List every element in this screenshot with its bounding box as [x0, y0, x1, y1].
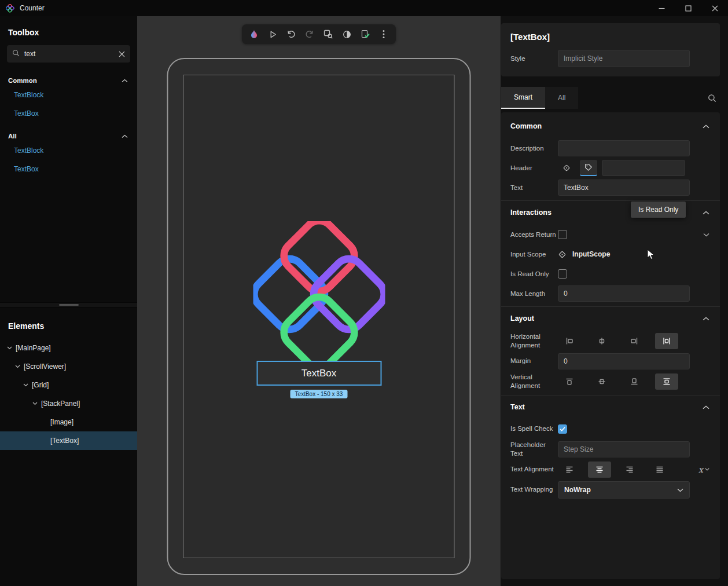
- inspector-tabs: Smart All: [501, 87, 720, 109]
- toolbox-section-all[interactable]: All: [7, 131, 130, 141]
- description-input[interactable]: [558, 140, 690, 156]
- valign-stretch-button[interactable]: [655, 373, 678, 390]
- chevron-up-icon[interactable]: [703, 403, 709, 411]
- device-frame: TextBox TextBox - 150 x 33: [167, 58, 471, 575]
- tree-item-image[interactable]: [Image]: [0, 413, 137, 431]
- input-scope-binding-icon[interactable]: [558, 250, 567, 259]
- device-screen[interactable]: TextBox TextBox - 150 x 33: [183, 75, 455, 558]
- section-text-title: Text: [510, 403, 525, 411]
- maximize-button[interactable]: [675, 0, 701, 16]
- text-align-center-button[interactable]: [588, 462, 611, 478]
- max-length-input[interactable]: [558, 285, 690, 302]
- section-common-label: Common: [8, 77, 37, 84]
- titlebar: Counter: [0, 0, 728, 16]
- elements-title: Elements: [8, 321, 137, 331]
- clear-search-icon[interactable]: [119, 51, 125, 57]
- chevron-up-icon[interactable]: [703, 122, 709, 130]
- chevron-down-icon[interactable]: [23, 383, 28, 387]
- minimize-button[interactable]: [648, 0, 675, 16]
- chevron-up-icon: [122, 132, 128, 140]
- header-input[interactable]: [602, 160, 685, 176]
- chevron-down-icon[interactable]: [703, 233, 709, 237]
- halign-center-button[interactable]: [590, 333, 613, 349]
- is-spell-check-checkbox[interactable]: [558, 424, 567, 434]
- valign-top-button[interactable]: [558, 373, 581, 390]
- chevron-up-icon[interactable]: [703, 208, 709, 217]
- valign-bottom-button[interactable]: [623, 373, 646, 390]
- section-text[interactable]: Text: [510, 397, 711, 417]
- text-align-left-button[interactable]: [558, 462, 581, 478]
- sidebar-splitter-handle[interactable]: [0, 302, 137, 307]
- is-read-only-tooltip: Is Read Only: [631, 202, 686, 218]
- close-button[interactable]: [701, 0, 728, 16]
- is-read-only-label: Is Read Only: [510, 270, 558, 279]
- accepts-return-label: Accepts Return: [510, 230, 558, 239]
- halign-right-button[interactable]: [623, 333, 646, 349]
- play-button[interactable]: [265, 27, 280, 42]
- left-sidebar: Toolbox Common TextBlock TextBox All: [0, 16, 137, 586]
- halign-stretch-button[interactable]: [655, 333, 678, 349]
- placeholder-text-input[interactable]: [558, 441, 690, 457]
- selected-textbox-control[interactable]: TextBox: [256, 361, 381, 386]
- tree-item-mainpage[interactable]: [MainPage]: [0, 339, 137, 357]
- tree-item-label: [Grid]: [32, 381, 49, 389]
- text-wrapping-value: NoWrap: [564, 486, 591, 494]
- toolbox-section-common[interactable]: Common: [7, 75, 130, 86]
- tree-item-stackpanel[interactable]: [StackPanel]: [0, 394, 137, 413]
- section-common[interactable]: Common: [510, 116, 711, 137]
- text-input[interactable]: [558, 180, 690, 196]
- tree-item-label: [MainPage]: [16, 344, 51, 352]
- is-read-only-checkbox[interactable]: [558, 269, 567, 279]
- input-scope-value[interactable]: InputScope: [572, 250, 610, 258]
- text-label: Text: [510, 184, 558, 192]
- toolbox-item-textblock[interactable]: TextBlock: [7, 86, 130, 104]
- accepts-return-checkbox[interactable]: [558, 230, 567, 239]
- tree-item-scrollviewer[interactable]: [ScrollViewer]: [0, 357, 137, 376]
- tree-item-label: [ScrollViewer]: [24, 362, 66, 371]
- section-layout-title: Layout: [510, 314, 534, 323]
- theme-toggle-button[interactable]: [339, 27, 354, 42]
- redo-button[interactable]: [302, 27, 317, 42]
- more-options-button[interactable]: [376, 27, 391, 42]
- properties-panel: [TextBox] Style Smart All Common Descrip…: [501, 16, 728, 586]
- toolbox-item-textblock-all[interactable]: TextBlock: [7, 141, 130, 160]
- properties-search-icon[interactable]: [708, 94, 716, 102]
- hot-reload-flame-icon[interactable]: [247, 27, 262, 42]
- chevron-down-icon[interactable]: [15, 365, 20, 368]
- text-wrapping-label: Text Wrapping: [510, 485, 558, 494]
- section-layout[interactable]: Layout: [510, 308, 711, 329]
- validation-button[interactable]: [358, 27, 373, 42]
- app-logo-image[interactable]: [253, 221, 385, 369]
- inspect-element-button[interactable]: [321, 27, 336, 42]
- vertical-alignment-label: Vertical Alignment: [510, 373, 558, 390]
- margin-input[interactable]: [558, 353, 690, 369]
- toolbox-search-input[interactable]: [24, 50, 119, 58]
- style-input[interactable]: [558, 50, 690, 67]
- section-interactions-title: Interactions: [510, 208, 551, 217]
- chevron-down-icon[interactable]: [32, 402, 38, 405]
- description-label: Description: [510, 144, 558, 153]
- toolbox-item-textbox[interactable]: TextBox: [7, 104, 130, 123]
- valign-center-button[interactable]: [590, 373, 613, 390]
- chevron-down-icon[interactable]: [7, 346, 12, 350]
- advanced-text-options-button[interactable]: x: [698, 465, 709, 474]
- designer-toolbar: [242, 24, 396, 44]
- text-align-right-button[interactable]: [618, 462, 641, 478]
- chevron-up-icon[interactable]: [703, 314, 709, 323]
- halign-left-button[interactable]: [558, 333, 581, 349]
- tab-smart[interactable]: Smart: [501, 87, 545, 109]
- undo-button[interactable]: [284, 27, 299, 42]
- tree-item-grid[interactable]: [Grid]: [0, 376, 137, 394]
- section-interactions[interactable]: Interactions Is Read Only: [510, 202, 711, 223]
- header-binding-button[interactable]: [558, 160, 575, 176]
- header-tag-button[interactable]: [580, 160, 597, 176]
- tree-item-label: [Image]: [50, 418, 73, 426]
- design-canvas[interactable]: TextBox TextBox - 150 x 33: [137, 16, 501, 586]
- toolbox-item-textbox-all[interactable]: TextBox: [7, 160, 130, 178]
- tree-item-textbox-selected[interactable]: [TextBox]: [0, 431, 137, 450]
- text-align-justify-button[interactable]: [648, 462, 671, 478]
- placeholder-text-label: Placeholder Text: [510, 441, 558, 458]
- text-wrapping-dropdown[interactable]: NoWrap: [558, 481, 690, 499]
- tab-all[interactable]: All: [545, 87, 578, 109]
- toolbox-search[interactable]: [7, 45, 130, 63]
